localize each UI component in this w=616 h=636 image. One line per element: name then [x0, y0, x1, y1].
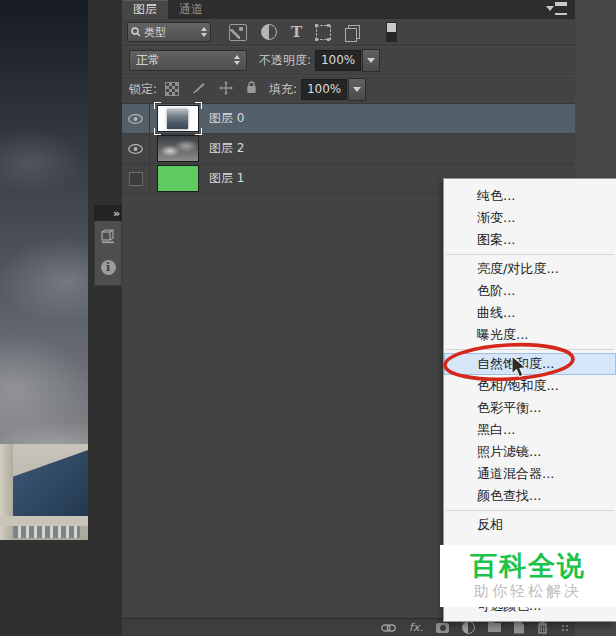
- menu-separator: [446, 510, 614, 511]
- chevron-down-icon: [353, 87, 361, 92]
- menu-item-brightness-contrast[interactable]: 亮度/对比度...: [444, 258, 616, 280]
- link-layers-icon[interactable]: [381, 624, 396, 632]
- info-panel-icon[interactable]: i: [101, 260, 116, 275]
- search-icon: [131, 27, 141, 37]
- fill-input[interactable]: 100%: [301, 79, 347, 100]
- filter-pixel-layers-icon[interactable]: [229, 24, 247, 41]
- resize-grip-icon[interactable]: [561, 624, 569, 632]
- menu-item-exposure[interactable]: 曝光度...: [444, 324, 616, 346]
- tab-channels[interactable]: 通道: [168, 0, 214, 19]
- layer-row-0[interactable]: 图层 0: [122, 104, 575, 134]
- layer-styles-icon[interactable]: fx.: [409, 622, 423, 633]
- eye-hidden-checkbox: [129, 172, 143, 186]
- filter-adjustment-layers-icon[interactable]: [261, 24, 277, 40]
- fill-dropdown-button[interactable]: [348, 78, 366, 101]
- watermark: 百科全说 助你轻松解决: [440, 545, 616, 607]
- visibility-toggle[interactable]: [122, 134, 150, 163]
- lock-icons: [165, 81, 257, 98]
- new-group-icon[interactable]: [488, 623, 501, 632]
- layer-name[interactable]: 图层 1: [209, 170, 244, 187]
- watermark-subtitle: 助你轻松解决: [474, 582, 582, 601]
- blend-mode-select[interactable]: 正常: [129, 50, 247, 71]
- menu-separator: [446, 254, 614, 255]
- filter-kind-label: 类型: [144, 25, 166, 40]
- menu-item-levels[interactable]: 色阶...: [444, 280, 616, 302]
- layer-filter-row: 类型 T: [122, 19, 575, 46]
- chevron-updown-icon: [201, 27, 207, 37]
- building-ledge: [0, 516, 88, 526]
- new-layer-icon[interactable]: [514, 622, 524, 634]
- layer-name[interactable]: 图层 2: [209, 140, 244, 157]
- menu-item-solid-color[interactable]: 纯色...: [444, 185, 616, 207]
- menu-item-hue-saturation[interactable]: 色相/饱和度...: [444, 375, 616, 397]
- layer-thumbnail[interactable]: [157, 105, 199, 132]
- eye-icon: [128, 144, 143, 154]
- filter-type-layers-icon[interactable]: T: [291, 25, 302, 40]
- chevron-down-icon: [367, 58, 375, 63]
- menu-item-pattern[interactable]: 图案...: [444, 229, 616, 251]
- filter-smart-object-icon[interactable]: [348, 25, 360, 39]
- watermark-title: 百科全说: [470, 551, 586, 581]
- dock-body: i: [94, 221, 122, 286]
- menu-item-color-lookup[interactable]: 颜色查找...: [444, 485, 616, 507]
- menu-separator: [446, 349, 614, 350]
- expand-panels-icon: »: [113, 207, 118, 220]
- new-adjustment-layer-icon[interactable]: [462, 621, 475, 634]
- menu-item-curves[interactable]: 曲线...: [444, 302, 616, 324]
- layer-name[interactable]: 图层 0: [209, 110, 244, 127]
- add-layer-mask-icon[interactable]: [436, 623, 449, 633]
- filter-shape-layers-icon[interactable]: [316, 25, 331, 40]
- delete-layer-icon[interactable]: [537, 621, 548, 634]
- blend-mode-value: 正常: [136, 52, 160, 69]
- layer-thumbnail[interactable]: [157, 165, 199, 192]
- lock-row: 锁定: 填充: 100%: [122, 75, 575, 104]
- visibility-toggle[interactable]: [122, 104, 150, 133]
- lock-all-icon[interactable]: [246, 81, 257, 97]
- filter-on-off-toggle[interactable]: [386, 22, 397, 42]
- opacity-dropdown-button[interactable]: [362, 49, 380, 72]
- chevron-updown-icon: [234, 55, 240, 65]
- menu-item-gradient[interactable]: 渐变...: [444, 207, 616, 229]
- menu-item-channel-mixer[interactable]: 通道混合器...: [444, 463, 616, 485]
- menu-item-photo-filter[interactable]: 照片滤镜...: [444, 441, 616, 463]
- blend-row: 正常 不透明度: 100%: [122, 46, 575, 75]
- visibility-toggle[interactable]: [122, 164, 150, 193]
- opacity-input[interactable]: 100%: [315, 50, 361, 71]
- collapsed-panel-dock: » i: [94, 205, 122, 286]
- document-canvas: [0, 0, 88, 540]
- menu-item-invert[interactable]: 反相: [444, 514, 616, 536]
- menu-item-color-balance[interactable]: 色彩平衡...: [444, 397, 616, 419]
- filter-type-icons: T: [229, 24, 360, 41]
- brush-lock-icon[interactable]: [192, 81, 206, 97]
- tab-layers[interactable]: 图层: [122, 0, 168, 19]
- lock-label: 锁定:: [129, 81, 157, 98]
- panel-menu-icon[interactable]: [546, 2, 567, 15]
- lock-transparency-icon[interactable]: [165, 82, 179, 96]
- opacity-label: 不透明度:: [259, 52, 311, 69]
- 3d-panel-icon[interactable]: [101, 229, 116, 244]
- expand-panels-button[interactable]: »: [94, 205, 122, 221]
- menu-item-black-white[interactable]: 黑白...: [444, 419, 616, 441]
- building-photo: [0, 444, 88, 540]
- move-lock-icon[interactable]: [219, 81, 233, 98]
- filter-kind-select[interactable]: 类型: [127, 22, 211, 42]
- panel-tab-bar: 图层 通道: [122, 0, 575, 19]
- layer-thumbnail[interactable]: [157, 135, 199, 162]
- building-roof: [10, 450, 88, 516]
- layer-row-2[interactable]: 图层 2: [122, 134, 575, 164]
- eye-icon: [128, 114, 143, 124]
- fill-label: 填充:: [269, 81, 297, 98]
- menu-item-vibrance[interactable]: 自然饱和度...: [444, 353, 616, 375]
- building-windows: [13, 526, 80, 538]
